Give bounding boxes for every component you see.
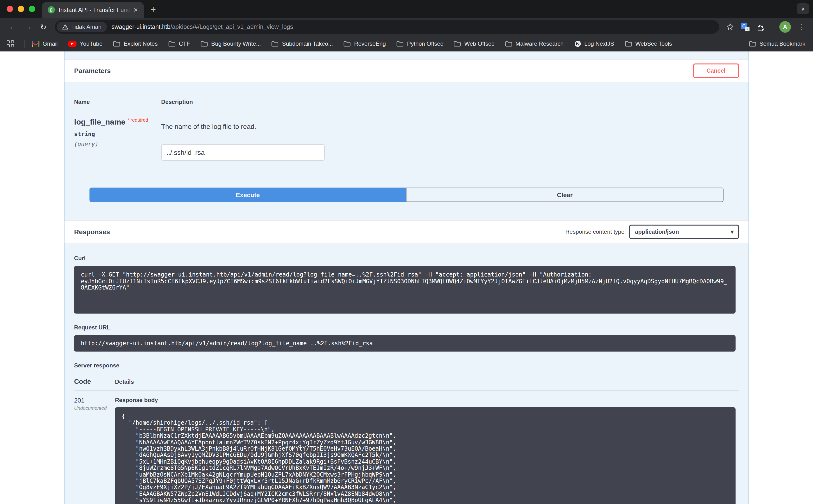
- address-bar[interactable]: Tidak Aman swagger-ui.instant.htb/apidoc…: [55, 20, 719, 34]
- google-translate-icon[interactable]: G 文: [741, 23, 749, 31]
- close-window-button[interactable]: [7, 6, 13, 12]
- profile-avatar[interactable]: A: [779, 21, 791, 33]
- response-body[interactable]: { "/home/shirohige/logs/../.ssh/id_rsa":…: [115, 407, 736, 504]
- window-controls: [7, 6, 35, 12]
- parameter-name-cell: log_file_name* required string (query): [74, 117, 161, 161]
- bookmark-label: Log NextJS: [584, 40, 614, 47]
- parameter-type: string: [74, 131, 161, 138]
- all-bookmarks-label: Semua Bookmark: [759, 40, 805, 47]
- back-icon[interactable]: ←: [6, 23, 19, 31]
- folder-icon: [271, 41, 279, 47]
- tab-close-icon[interactable]: ✕: [131, 6, 140, 13]
- toolbar-separator: [772, 23, 772, 31]
- warning-icon: [62, 24, 68, 30]
- server-response-label: Server response: [74, 362, 739, 369]
- execute-button-group: Execute Clear: [89, 188, 724, 202]
- bookmark-log-nextjs[interactable]: Log NextJS: [574, 40, 614, 47]
- clear-button[interactable]: Clear: [406, 188, 724, 202]
- bookmark-label: Bug Bounty Write...: [211, 40, 261, 47]
- browser-tab[interactable]: {} Instant API - Transfer Funds V ✕: [42, 2, 144, 18]
- bookmark-folder-web-offsec[interactable]: Web Offsec: [454, 40, 495, 47]
- browser-titlebar: {} Instant API - Transfer Funds V ✕ + ∨: [0, 0, 813, 18]
- bookmark-youtube[interactable]: YouTube: [68, 40, 102, 47]
- url-host: swagger-ui.instant.htb: [112, 24, 171, 30]
- bookmark-folder-python-offsec[interactable]: Python Offsec: [396, 40, 443, 47]
- forward-icon[interactable]: →: [22, 23, 34, 31]
- chevron-down-icon: ▾: [731, 228, 734, 235]
- youtube-icon: [68, 41, 76, 47]
- bookmark-folder-subdomain-takeover[interactable]: Subdomain Takeo...: [271, 40, 333, 47]
- bookmarks-right-separator: [740, 40, 740, 48]
- bookmark-folder-websec-tools[interactable]: WebSec Tools: [625, 40, 672, 47]
- parameter-name: log_file_name: [74, 118, 125, 126]
- log-file-name-input[interactable]: [161, 144, 325, 161]
- folder-icon: [505, 41, 512, 47]
- content-type-group: Response content type application/json ▾: [565, 225, 739, 239]
- browser-toolbar: ← → ↻ Tidak Aman swagger-ui.instant.htb/…: [0, 18, 813, 36]
- parameters-header: Parameters Cancel: [64, 59, 749, 82]
- folder-icon: [168, 41, 175, 47]
- bookmarks-bar: Gmail YouTube Exploit Notes CTF Bug Boun…: [0, 36, 813, 51]
- fullscreen-window-button[interactable]: [29, 6, 35, 12]
- security-chip-label: Tidak Aman: [71, 24, 102, 30]
- required-badge: * required: [127, 117, 148, 123]
- opblock-top-strip: [64, 51, 749, 59]
- bookmark-label: Python Offsec: [407, 40, 443, 47]
- responses-title: Responses: [74, 228, 110, 236]
- execute-button[interactable]: Execute: [89, 188, 406, 202]
- bookmark-label: WebSec Tools: [635, 40, 672, 47]
- response-row: 201 Undocumented Response body { "/home/…: [74, 391, 739, 504]
- status-note: Undocumented: [74, 405, 115, 411]
- all-bookmarks-folder[interactable]: Semua Bookmark: [749, 40, 805, 47]
- code-column-header: Code: [74, 378, 115, 385]
- swagger-get-opblock: Parameters Cancel Name Description log_f…: [64, 51, 749, 504]
- bookmark-label: Subdomain Takeo...: [282, 40, 333, 47]
- response-body-label: Response body: [115, 397, 736, 403]
- description-column-header: Description: [161, 99, 193, 105]
- curl-label: Curl: [74, 255, 739, 262]
- folder-icon: [113, 41, 120, 47]
- bookmark-folder-malware-research[interactable]: Malware Research: [505, 40, 564, 47]
- folder-icon: [343, 41, 351, 47]
- extensions-puzzle-icon[interactable]: [756, 23, 764, 31]
- bookmark-label: Exploit Notes: [124, 40, 158, 47]
- url-path: /apidocs/#/Logs/get_api_v1_admin_view_lo…: [170, 24, 293, 30]
- folder-icon: [201, 41, 208, 47]
- parameter-description-cell: The name of the log file to read.: [161, 117, 739, 161]
- details-column-header: Details: [115, 378, 134, 385]
- content-type-select[interactable]: application/json ▾: [629, 225, 739, 239]
- response-table-header: Code Details: [74, 378, 739, 391]
- security-chip[interactable]: Tidak Aman: [57, 22, 107, 32]
- bookmark-folder-bug-bounty[interactable]: Bug Bounty Write...: [201, 40, 261, 47]
- bookmark-label: Malware Research: [515, 40, 564, 47]
- browser-menu-icon[interactable]: ⋮: [798, 23, 805, 31]
- parameters-table-header: Name Description: [74, 99, 739, 110]
- bookmark-folder-ctf[interactable]: CTF: [168, 40, 190, 47]
- name-column-header: Name: [74, 99, 161, 105]
- bookmark-label: ReverseEng: [354, 40, 386, 47]
- folder-icon: [396, 41, 404, 47]
- cancel-button[interactable]: Cancel: [693, 63, 739, 78]
- minimize-window-button[interactable]: [18, 6, 24, 12]
- request-url[interactable]: http://swagger-ui.instant.htb/api/v1/adm…: [74, 335, 736, 352]
- tab-search-button[interactable]: ∨: [797, 3, 809, 14]
- bookmark-folder-exploit-notes[interactable]: Exploit Notes: [113, 40, 158, 47]
- content-type-label: Response content type: [565, 228, 625, 235]
- new-tab-button[interactable]: +: [151, 4, 156, 15]
- apps-grid-icon[interactable]: [7, 40, 16, 47]
- gmail-icon: [32, 41, 39, 47]
- request-url-label: Request URL: [74, 324, 739, 331]
- bookmark-label: CTF: [179, 40, 190, 47]
- responses-header: Responses Response content type applicat…: [64, 220, 749, 243]
- bookmark-folder-reverseeng[interactable]: ReverseEng: [343, 40, 386, 47]
- status-code-cell: 201 Undocumented: [74, 397, 115, 504]
- responses-body: Curl curl -X GET "http://swagger-ui.inst…: [64, 243, 749, 504]
- folder-icon: [749, 41, 756, 47]
- parameter-row: log_file_name* required string (query) T…: [74, 110, 739, 161]
- bookmark-gmail[interactable]: Gmail: [32, 40, 58, 47]
- curl-command[interactable]: curl -X GET "http://swagger-ui.instant.h…: [74, 266, 736, 314]
- bookmark-star-icon[interactable]: [726, 23, 734, 31]
- reload-icon[interactable]: ↻: [37, 22, 50, 31]
- tab-title-fade: [115, 2, 131, 18]
- parameters-body: Name Description log_file_name* required…: [64, 82, 749, 202]
